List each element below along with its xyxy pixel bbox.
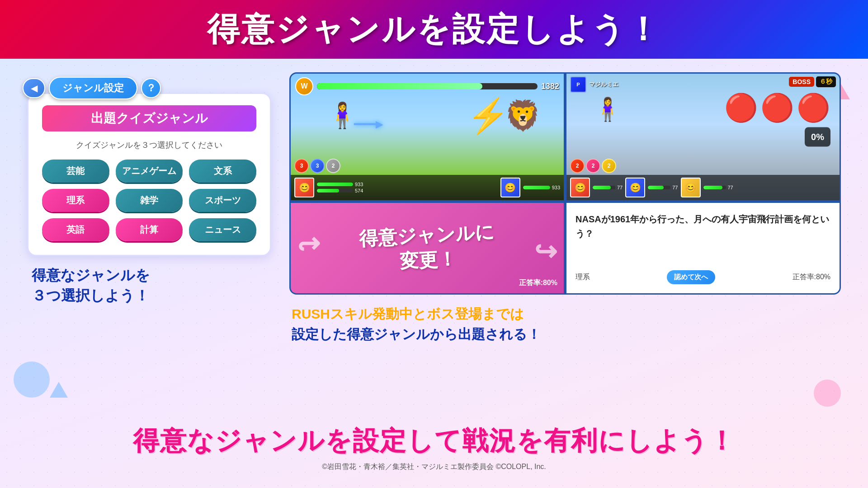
genre-btn-keisan[interactable]: 計算 [116, 218, 183, 241]
quiz-genre-card: 出題クイズジャンル クイズジャンルを３つ選択してください 芸能 アニメゲーム 文… [27, 93, 271, 256]
hp-label-2: 574 [355, 188, 363, 193]
deco-circle-left [14, 361, 50, 398]
help-button[interactable]: ？ [141, 78, 161, 98]
skill-orb-r3: 2 [602, 159, 616, 173]
hp-label-3: 933 [552, 185, 560, 190]
hero-char-left: 🧍‍♀️ [327, 101, 358, 130]
left-panel: ◀ ジャンル設定 ？ 出題クイズジャンル クイズジャンルを３つ選択してください … [27, 77, 271, 306]
skill-effect: ━━━━▶ [354, 119, 382, 130]
header-background: 得意ジャンルを設定しよう！ [0, 0, 868, 59]
skill-orb-r2: 2 [586, 159, 600, 173]
arrow-left-deco: ↩ [297, 229, 320, 261]
skill-orb-3: 2 [326, 159, 340, 173]
hp-row-3-container: 933 [523, 185, 560, 190]
genre-btn-eigo[interactable]: 英語 [42, 218, 109, 241]
arrow-right-deco: ↪ [534, 235, 557, 267]
quiz-genre-tag: 理系 [576, 272, 590, 282]
right-desc-genre: 設定した得意ジャンルから出題される！ [292, 324, 839, 344]
hp-r1-container: 77 [593, 185, 623, 190]
hp-r3-container: 77 [703, 185, 733, 190]
left-desc-text: 得意なジャンルを ３つ選択しよう！ [32, 265, 267, 306]
energy-fill [317, 83, 482, 89]
bottom-section: 得意なジャンルを設定して戦況を有利にしよう！ ©岩田雪花・青木裕／集英社・マジル… [0, 407, 868, 488]
hp-fill-r1 [593, 186, 611, 189]
hp-bar-r1 [593, 186, 615, 189]
left-description: 得意なジャンルを ３つ選択しよう！ [27, 265, 271, 306]
genre-btn-zatsugaku[interactable]: 雑学 [116, 189, 183, 212]
skill-orbs-right: 2 2 2 [570, 159, 616, 173]
genre-grid: 芸能 アニメゲーム 文系 理系 雑学 スポーツ 英語 計算 ニュース [42, 160, 256, 241]
monster-right-3: 🔴 [797, 92, 830, 124]
hp-bars-left: 933 574 [317, 182, 498, 193]
page-title: 得意ジャンルを設定しよう！ [207, 8, 661, 51]
hp-fill-r2 [648, 186, 664, 189]
genre-btn-news[interactable]: ニュース [189, 218, 256, 241]
player-name-label: マジルミエ [589, 80, 618, 89]
hp-fill-2 [317, 189, 339, 192]
score-display: 1382 [541, 82, 559, 91]
right-top-bar: P マジルミエ [570, 76, 618, 93]
char-portrait-r2: 😊 [625, 178, 645, 197]
quiz-panel-right: NASAが1961年から行った、月への有人宇宙飛行計画を何という？ 理系 認めて… [566, 203, 840, 293]
hp-label-r3: 77 [728, 185, 733, 190]
deco-triangle-bottom-left [50, 382, 68, 398]
right-panel: W 1382 🧍‍♀️ ⚡ 🦁 ━━━━▶ 3 3 2 [289, 72, 841, 344]
game-screenshots: W 1382 🧍‍♀️ ⚡ 🦁 ━━━━▶ 3 3 2 [289, 72, 841, 295]
hp-fill-1 [317, 183, 353, 186]
quiz-question: NASAが1961年から行った、月への有人宇宙飛行計画を何という？ [576, 212, 830, 241]
hp-bar-r2 [648, 186, 670, 189]
monster-body: 🦁 [505, 99, 541, 133]
hp-row-1: 933 [317, 182, 498, 187]
hp-fill-3 [523, 186, 550, 189]
right-description: RUSHスキル発動中とボス登場までは 設定した得意ジャンルから出題される！ [289, 304, 841, 344]
energy-bar [317, 83, 538, 89]
battle-scene-right: P マジルミエ BOSS ６秒 🧍‍♀️ 🔴 🔴 🔴 0% 2 [566, 74, 840, 200]
hp-bar-2 [317, 189, 353, 192]
boss-label: BOSS [789, 77, 814, 87]
skill-orb-r1: 2 [570, 159, 585, 173]
battle-scene-left: W 1382 🧍‍♀️ ⚡ 🦁 ━━━━▶ 3 3 2 [291, 74, 564, 200]
char-portrait-r3: 😊 [681, 178, 701, 197]
char-portrait-r1: 😊 [570, 178, 590, 197]
genre-setting-button[interactable]: ジャンル設定 [49, 77, 137, 99]
battle-bottom-bar-left: 😊 933 574 [291, 175, 564, 200]
bottom-main-text: 得意なジャンルを設定して戦況を有利にしよう！ [133, 423, 736, 459]
battle-bottom-bar-right: 😊 77 😊 77 😊 [566, 175, 840, 200]
hp-bar-1 [317, 183, 353, 186]
quiz-genre-subtitle: クイズジャンルを３つ選択してください [42, 140, 256, 150]
genre-btn-bunkei[interactable]: 文系 [189, 160, 256, 183]
right-desc-rush: RUSHスキル発動中とボス登場までは [292, 304, 839, 324]
hero-char-right: 🧍‍♀️ [594, 96, 622, 122]
genre-btn-rikei[interactable]: 理系 [42, 189, 109, 212]
hp-r2-container: 77 [648, 185, 678, 190]
genre-change-text-container: 得意ジャンルに変更！ [360, 223, 495, 272]
accuracy-label-left: 正答率:80% [519, 278, 557, 288]
nav-arrow-button[interactable]: ◀ [23, 78, 45, 98]
skill-orbs-left: 3 3 2 [294, 159, 340, 173]
percent-display: 0% [805, 127, 830, 147]
genre-header-row: ◀ ジャンル設定 ？ [23, 77, 267, 99]
genre-btn-sports[interactable]: スポーツ [189, 189, 256, 212]
hp-label-1: 933 [355, 182, 363, 187]
genre-change-text: 得意ジャンルに変更！ [359, 220, 496, 277]
char-portrait-1: 😊 [294, 178, 314, 197]
skill-orb-1: 3 [294, 159, 309, 173]
quiz-bottom-row: 理系 認めて次へ 正答率:80% [576, 270, 830, 284]
hp-bar-3 [523, 186, 550, 189]
boss-timer: ６秒 [816, 76, 836, 87]
hp-row-2: 574 [317, 188, 498, 193]
skill-orb-2: 3 [310, 159, 325, 173]
genre-btn-geinoh[interactable]: 芸能 [42, 160, 109, 183]
hp-label-r2: 77 [672, 185, 678, 190]
hp-fill-r3 [703, 186, 723, 189]
quiz-accuracy-right: 正答率:80% [793, 272, 830, 282]
energy-icon: W [295, 77, 313, 95]
deco-circle-right-bottom [814, 380, 841, 407]
content-area: ◀ ジャンル設定 ？ 出題クイズジャンル クイズジャンルを３つ選択してください … [0, 59, 868, 488]
quiz-genre-title: 出題クイズジャンル [42, 105, 256, 131]
genre-btn-anime[interactable]: アニメゲーム [116, 160, 183, 183]
quiz-next-button[interactable]: 認めて次へ [667, 270, 715, 284]
boss-timer-row: BOSS ６秒 [789, 76, 836, 87]
monster-deco: ⚡ [467, 96, 509, 136]
monster-right-1: 🔴 [724, 92, 758, 124]
